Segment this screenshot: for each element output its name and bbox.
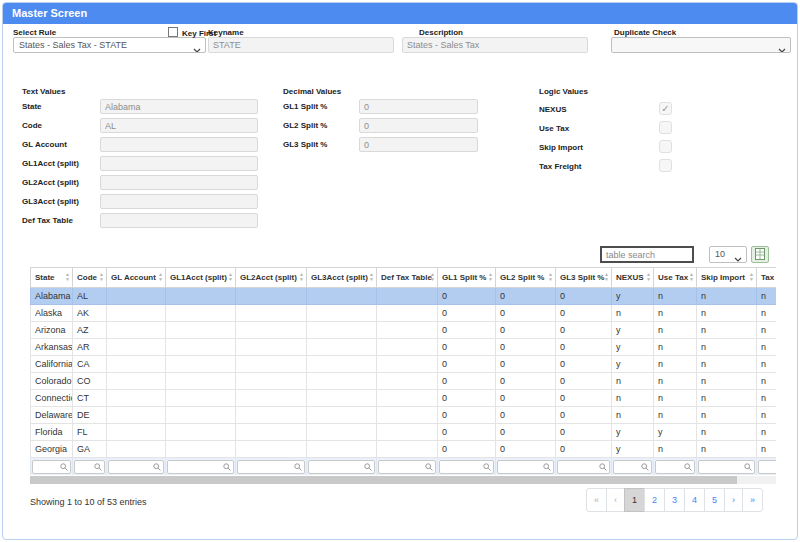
column-header-def-tax-table[interactable]: Def Tax Table▲▼ (377, 268, 438, 288)
table-cell (307, 373, 377, 390)
table-search-input[interactable] (600, 246, 694, 263)
table-cell (236, 407, 307, 424)
pagination-next[interactable]: › (724, 488, 743, 512)
table-cell: y (612, 356, 654, 373)
table-cell: n (654, 373, 697, 390)
table-row-connecticut[interactable]: ConnecticutCT000nnnn (31, 390, 777, 407)
table-cell: n (654, 322, 697, 339)
table-row-alabama[interactable]: AlabamaAL000ynnn (31, 288, 777, 305)
table-cell: n (654, 441, 697, 458)
pagination-last[interactable]: » (742, 488, 763, 512)
column-header-nexus[interactable]: NEXUS▲▼ (612, 268, 654, 288)
gl-account-label: GL Account (22, 137, 100, 149)
table-cell: 0 (556, 373, 612, 390)
table-cell (377, 441, 438, 458)
table-cell: n (757, 373, 777, 390)
filter-cell (236, 458, 307, 476)
description-input[interactable] (402, 37, 588, 53)
table-cell: Alabama (31, 288, 73, 305)
column-header-label: GL2Acct (split) (240, 273, 297, 282)
gl2-split-input[interactable] (359, 118, 478, 133)
gl-account-input[interactable] (100, 137, 258, 152)
table-cell: n (757, 424, 777, 441)
state-input[interactable] (100, 99, 258, 114)
table-cell: n (757, 407, 777, 424)
sort-icon: ▲▼ (158, 272, 163, 282)
table-row-california[interactable]: CaliforniaCA000ynnn (31, 356, 777, 373)
column-header-gl1-split[interactable]: GL1 Split %▲▼ (438, 268, 496, 288)
pagination-page-1[interactable]: 1 (624, 488, 645, 512)
table-row-arkansas[interactable]: ArkansasAR000ynnn (31, 339, 777, 356)
table-row-colorado[interactable]: ColoradoCO000nnnn (31, 373, 777, 390)
skip-import-label: Skip Import (539, 140, 659, 152)
gl1acct-split-input[interactable] (100, 156, 258, 171)
export-button[interactable] (751, 246, 769, 263)
table-cell: y (612, 339, 654, 356)
data-table: State▲▼Code▲▼GL Account▲▼GL1Acct (split)… (30, 267, 776, 475)
column-header-skip-import[interactable]: Skip Import▲▼ (697, 268, 757, 288)
page-size-value: 10 (715, 249, 725, 259)
pagination-first[interactable]: « (586, 488, 607, 512)
page-size-select[interactable]: 10 (709, 246, 747, 263)
pagination-page-4[interactable]: 4 (684, 488, 705, 512)
table-cell: n (757, 356, 777, 373)
table-cell: 0 (438, 373, 496, 390)
pagination-prev[interactable]: ‹ (606, 488, 625, 512)
table-cell (377, 407, 438, 424)
sort-icon: ▲▼ (488, 272, 493, 282)
duplicate-check-dropdown[interactable] (611, 37, 791, 53)
keyname-input[interactable] (208, 37, 394, 53)
select-rule-dropdown[interactable]: States - Sales Tax - STATE (13, 37, 206, 53)
horizontal-scrollbar[interactable] (30, 476, 776, 484)
column-header-state[interactable]: State▲▼ (31, 268, 73, 288)
column-header-gl1acct-split[interactable]: GL1Acct (split)▲▼ (166, 268, 236, 288)
tax-freight-checkbox[interactable] (659, 159, 672, 172)
column-header-gl-account[interactable]: GL Account▲▼ (107, 268, 166, 288)
filter-cell (31, 458, 73, 476)
scrollbar-thumb[interactable] (30, 476, 737, 484)
table-cell: n (654, 390, 697, 407)
table-cell: n (757, 322, 777, 339)
filter-cell (654, 458, 697, 476)
column-header-label: Tax Freight (761, 273, 776, 282)
column-header-code[interactable]: Code▲▼ (73, 268, 107, 288)
table-cell: GA (73, 441, 107, 458)
table-row-georgia[interactable]: GeorgiaGA000ynnn (31, 441, 777, 458)
column-filter-input-tax-freight[interactable] (758, 460, 776, 474)
table-cell: n (757, 441, 777, 458)
gl1acct-split-label: GL1Acct (split) (22, 156, 100, 168)
table-cell (107, 322, 166, 339)
code-input[interactable] (100, 118, 258, 133)
pagination-page-2[interactable]: 2 (644, 488, 665, 512)
def-tax-table-input[interactable] (100, 213, 258, 228)
column-header-gl3acct-split[interactable]: GL3Acct (split)▲▼ (307, 268, 377, 288)
table-cell (307, 339, 377, 356)
table-cell: Arizona (31, 322, 73, 339)
table-cell: n (697, 373, 757, 390)
nexus-checkbox[interactable]: ✓ (659, 102, 672, 115)
table-row-delaware[interactable]: DelawareDE000nnnn (31, 407, 777, 424)
pagination-page-5[interactable]: 5 (704, 488, 725, 512)
column-header-use-tax[interactable]: Use Tax▲▼ (654, 268, 697, 288)
table-row-arizona[interactable]: ArizonaAZ000ynnn (31, 322, 777, 339)
column-header-gl3-split[interactable]: GL3 Split %▲▼ (556, 268, 612, 288)
gl3acct-split-input[interactable] (100, 194, 258, 209)
gl1-split-input[interactable] (359, 99, 478, 114)
use-tax-checkbox[interactable] (659, 121, 672, 134)
table-row-florida[interactable]: FloridaFL000yynn (31, 424, 777, 441)
pagination-page-3[interactable]: 3 (664, 488, 685, 512)
key-first-checkbox[interactable] (168, 27, 178, 37)
table-cell: AK (73, 305, 107, 322)
table-cell: n (697, 288, 757, 305)
table-row-alaska[interactable]: AlaskaAK000nnnn (31, 305, 777, 322)
table-cell: FL (73, 424, 107, 441)
column-header-tax-freight[interactable]: Tax Freight▲▼ (757, 268, 777, 288)
gl2acct-split-input[interactable] (100, 175, 258, 190)
select-rule-label: Select Rule (13, 28, 56, 37)
column-header-gl2-split[interactable]: GL2 Split %▲▼ (496, 268, 556, 288)
gl3-split-input[interactable] (359, 137, 478, 152)
column-header-gl2acct-split[interactable]: GL2Acct (split)▲▼ (236, 268, 307, 288)
skip-import-checkbox[interactable] (659, 140, 672, 153)
column-header-label: NEXUS (616, 273, 644, 282)
table-cell: 0 (438, 441, 496, 458)
